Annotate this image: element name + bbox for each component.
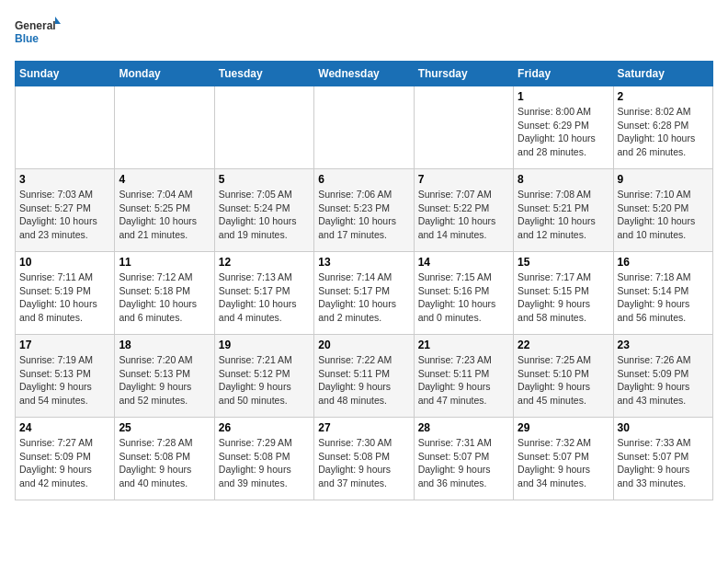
calendar-cell: 23Sunrise: 7:26 AM Sunset: 5:09 PM Dayli…	[613, 335, 712, 418]
day-number: 6	[318, 173, 409, 186]
day-info: Sunrise: 7:11 AM Sunset: 5:19 PM Dayligh…	[19, 270, 110, 325]
day-info: Sunrise: 7:08 AM Sunset: 5:21 PM Dayligh…	[518, 188, 609, 242]
day-info: Sunrise: 8:00 AM Sunset: 6:29 PM Dayligh…	[518, 105, 609, 159]
weekday-header-tuesday: Tuesday	[214, 62, 313, 86]
calendar-cell: 4Sunrise: 7:04 AM Sunset: 5:25 PM Daylig…	[115, 169, 214, 252]
calendar-cell: 12Sunrise: 7:13 AM Sunset: 5:17 PM Dayli…	[214, 252, 313, 335]
day-number: 25	[119, 421, 210, 434]
calendar-cell: 29Sunrise: 7:32 AM Sunset: 5:07 PM Dayli…	[514, 418, 613, 500]
day-number: 1	[518, 90, 609, 103]
day-number: 22	[518, 339, 609, 351]
day-info: Sunrise: 7:10 AM Sunset: 5:20 PM Dayligh…	[618, 188, 709, 242]
day-number: 12	[219, 256, 310, 269]
calendar-cell	[314, 86, 414, 169]
calendar-week-1: 1Sunrise: 8:00 AM Sunset: 6:29 PM Daylig…	[16, 86, 713, 169]
day-info: Sunrise: 7:13 AM Sunset: 5:17 PM Dayligh…	[219, 270, 310, 325]
day-number: 21	[418, 339, 509, 351]
day-number: 26	[219, 421, 310, 434]
calendar-week-4: 17Sunrise: 7:19 AM Sunset: 5:13 PM Dayli…	[16, 335, 713, 418]
day-number: 24	[19, 421, 110, 434]
day-number: 10	[19, 256, 110, 269]
calendar-cell: 16Sunrise: 7:18 AM Sunset: 5:14 PM Dayli…	[613, 252, 712, 335]
day-info: Sunrise: 7:19 AM Sunset: 5:13 PM Dayligh…	[19, 353, 110, 408]
calendar-cell: 28Sunrise: 7:31 AM Sunset: 5:07 PM Dayli…	[414, 418, 513, 500]
weekday-header-wednesday: Wednesday	[314, 62, 414, 86]
day-number: 18	[119, 339, 210, 351]
calendar-cell	[16, 86, 115, 169]
weekday-header-sunday: Sunday	[16, 62, 115, 86]
calendar-cell	[115, 86, 214, 169]
day-number: 20	[318, 339, 409, 351]
day-info: Sunrise: 7:03 AM Sunset: 5:27 PM Dayligh…	[19, 188, 110, 242]
calendar-cell: 15Sunrise: 7:17 AM Sunset: 5:15 PM Dayli…	[514, 252, 613, 335]
calendar-cell: 19Sunrise: 7:21 AM Sunset: 5:12 PM Dayli…	[214, 335, 313, 418]
day-number: 19	[219, 339, 310, 351]
day-info: Sunrise: 7:04 AM Sunset: 5:25 PM Dayligh…	[119, 188, 210, 242]
calendar-cell: 9Sunrise: 7:10 AM Sunset: 5:20 PM Daylig…	[613, 169, 712, 252]
day-number: 7	[418, 173, 509, 186]
calendar-cell: 26Sunrise: 7:29 AM Sunset: 5:08 PM Dayli…	[214, 418, 313, 500]
day-number: 3	[19, 173, 110, 186]
calendar-cell: 5Sunrise: 7:05 AM Sunset: 5:24 PM Daylig…	[214, 169, 313, 252]
calendar-cell	[214, 86, 313, 169]
calendar-cell: 25Sunrise: 7:28 AM Sunset: 5:08 PM Dayli…	[115, 418, 214, 500]
calendar-cell: 27Sunrise: 7:30 AM Sunset: 5:08 PM Dayli…	[314, 418, 414, 500]
day-number: 8	[518, 173, 609, 186]
calendar-cell: 13Sunrise: 7:14 AM Sunset: 5:17 PM Dayli…	[314, 252, 414, 335]
day-info: Sunrise: 7:23 AM Sunset: 5:11 PM Dayligh…	[418, 353, 509, 408]
calendar-body: 1Sunrise: 8:00 AM Sunset: 6:29 PM Daylig…	[16, 86, 713, 500]
day-number: 16	[618, 256, 709, 269]
calendar-cell: 24Sunrise: 7:27 AM Sunset: 5:09 PM Dayli…	[16, 418, 115, 500]
calendar-cell: 3Sunrise: 7:03 AM Sunset: 5:27 PM Daylig…	[16, 169, 115, 252]
day-number: 5	[219, 173, 310, 186]
day-info: Sunrise: 7:20 AM Sunset: 5:13 PM Dayligh…	[119, 353, 210, 408]
calendar-week-2: 3Sunrise: 7:03 AM Sunset: 5:27 PM Daylig…	[16, 169, 713, 252]
calendar-cell: 1Sunrise: 8:00 AM Sunset: 6:29 PM Daylig…	[514, 86, 613, 169]
day-number: 30	[618, 421, 709, 434]
calendar-cell: 6Sunrise: 7:06 AM Sunset: 5:23 PM Daylig…	[314, 169, 414, 252]
calendar-table: SundayMondayTuesdayWednesdayThursdayFrid…	[15, 61, 713, 500]
day-info: Sunrise: 7:15 AM Sunset: 5:16 PM Dayligh…	[418, 270, 509, 325]
calendar-cell: 14Sunrise: 7:15 AM Sunset: 5:16 PM Dayli…	[414, 252, 513, 335]
calendar-cell: 18Sunrise: 7:20 AM Sunset: 5:13 PM Dayli…	[115, 335, 214, 418]
day-number: 14	[418, 256, 509, 269]
day-info: Sunrise: 7:17 AM Sunset: 5:15 PM Dayligh…	[518, 270, 609, 325]
logo: General Blue	[15, 15, 61, 50]
day-info: Sunrise: 7:07 AM Sunset: 5:22 PM Dayligh…	[418, 188, 509, 242]
calendar-cell: 21Sunrise: 7:23 AM Sunset: 5:11 PM Dayli…	[414, 335, 513, 418]
day-info: Sunrise: 7:27 AM Sunset: 5:09 PM Dayligh…	[19, 436, 110, 490]
calendar-cell	[414, 86, 513, 169]
day-number: 9	[618, 173, 709, 186]
day-info: Sunrise: 7:25 AM Sunset: 5:10 PM Dayligh…	[518, 353, 609, 408]
day-info: Sunrise: 7:06 AM Sunset: 5:23 PM Dayligh…	[318, 188, 409, 242]
calendar-week-3: 10Sunrise: 7:11 AM Sunset: 5:19 PM Dayli…	[16, 252, 713, 335]
day-number: 23	[618, 339, 709, 351]
day-info: Sunrise: 7:33 AM Sunset: 5:07 PM Dayligh…	[618, 436, 709, 490]
day-info: Sunrise: 7:05 AM Sunset: 5:24 PM Dayligh…	[219, 188, 310, 242]
calendar-cell: 17Sunrise: 7:19 AM Sunset: 5:13 PM Dayli…	[16, 335, 115, 418]
weekday-header-monday: Monday	[115, 62, 214, 86]
day-info: Sunrise: 7:28 AM Sunset: 5:08 PM Dayligh…	[119, 436, 210, 490]
calendar-cell: 30Sunrise: 7:33 AM Sunset: 5:07 PM Dayli…	[613, 418, 712, 500]
calendar-cell: 7Sunrise: 7:07 AM Sunset: 5:22 PM Daylig…	[414, 169, 513, 252]
day-info: Sunrise: 7:30 AM Sunset: 5:08 PM Dayligh…	[318, 436, 409, 490]
svg-marker-2	[55, 17, 61, 24]
weekday-header-row: SundayMondayTuesdayWednesdayThursdayFrid…	[16, 62, 713, 86]
calendar-cell: 20Sunrise: 7:22 AM Sunset: 5:11 PM Dayli…	[314, 335, 414, 418]
day-info: Sunrise: 7:31 AM Sunset: 5:07 PM Dayligh…	[418, 436, 509, 490]
logo-icon: General Blue	[15, 15, 61, 50]
day-number: 15	[518, 256, 609, 269]
day-info: Sunrise: 7:26 AM Sunset: 5:09 PM Dayligh…	[618, 353, 709, 408]
day-info: Sunrise: 7:32 AM Sunset: 5:07 PM Dayligh…	[518, 436, 609, 490]
day-info: Sunrise: 8:02 AM Sunset: 6:28 PM Dayligh…	[618, 105, 709, 159]
calendar-week-5: 24Sunrise: 7:27 AM Sunset: 5:09 PM Dayli…	[16, 418, 713, 500]
day-info: Sunrise: 7:12 AM Sunset: 5:18 PM Dayligh…	[119, 270, 210, 325]
day-info: Sunrise: 7:18 AM Sunset: 5:14 PM Dayligh…	[618, 270, 709, 325]
svg-text:Blue: Blue	[15, 32, 39, 45]
day-info: Sunrise: 7:22 AM Sunset: 5:11 PM Dayligh…	[318, 353, 409, 408]
day-info: Sunrise: 7:29 AM Sunset: 5:08 PM Dayligh…	[219, 436, 310, 490]
day-number: 11	[119, 256, 210, 269]
day-info: Sunrise: 7:14 AM Sunset: 5:17 PM Dayligh…	[318, 270, 409, 325]
day-number: 27	[318, 421, 409, 434]
page-header: General Blue	[15, 15, 713, 50]
